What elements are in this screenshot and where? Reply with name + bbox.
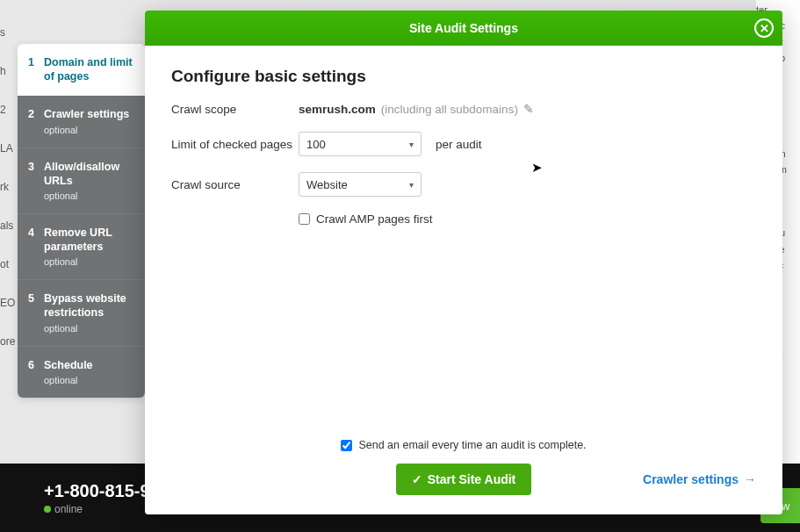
footer-online-status: online <box>44 503 150 515</box>
bg-text: h <box>0 65 18 77</box>
bg-text: LA <box>0 142 18 155</box>
background-left-strip: s h 2 LA rk als ot EO ore <box>0 0 18 465</box>
row-crawl-source: Crawl source Website ▾ <box>171 172 756 197</box>
step-number: 6 <box>28 359 44 371</box>
step-number: 1 <box>28 56 44 68</box>
wizard-step-remove-params[interactable]: 4 Remove URL parameters optional <box>18 213 145 279</box>
start-site-audit-button[interactable]: ✓ Start Site Audit <box>396 464 532 495</box>
step-number: 3 <box>28 161 44 173</box>
chevron-down-icon: ▾ <box>409 180 414 190</box>
bg-text: als <box>0 219 18 232</box>
modal-body: Configure basic settings Crawl scope sem… <box>145 46 782 428</box>
step-number: 4 <box>28 226 44 239</box>
check-icon: ✓ <box>412 472 422 486</box>
bg-text: rk <box>0 181 18 193</box>
step-optional: optional <box>44 375 134 385</box>
footer-actions: ✓ Start Site Audit Crawler settings → <box>171 464 756 495</box>
email-notify-label: Send an email every time an audit is com… <box>358 439 586 451</box>
section-title: Configure basic settings <box>171 67 756 86</box>
step-title: Domain and limit of pages <box>44 56 134 83</box>
close-icon: ✕ <box>760 23 769 34</box>
row-limit-pages: Limit of checked pages 100 ▾ per audit <box>171 132 756 156</box>
bg-text: ore <box>0 335 18 348</box>
step-optional: optional <box>44 256 134 267</box>
crawl-scope-note: (including all subdomains) <box>381 103 518 116</box>
modal-footer: Send an email every time an audit is com… <box>145 428 782 514</box>
limit-pages-select[interactable]: 100 ▾ <box>299 132 422 156</box>
arrow-right-icon: → <box>744 472 756 486</box>
step-title: Bypass website restrictions <box>44 292 134 320</box>
row-crawl-scope: Crawl scope semrush.com (including all s… <box>171 102 756 116</box>
step-title: Allow/disallow URLs <box>44 161 134 188</box>
start-button-label: Start Site Audit <box>428 472 516 486</box>
per-audit-text: per audit <box>436 138 482 151</box>
wizard-step-list: 1 Domain and limit of pages 2 Crawler se… <box>18 44 145 398</box>
wizard-step-schedule[interactable]: 6 Schedule optional <box>18 346 145 399</box>
pencil-icon[interactable]: ✎ <box>523 102 534 116</box>
bg-text: 2 <box>0 104 18 116</box>
row-crawl-amp: Crawl AMP pages first <box>299 212 756 226</box>
crawl-source-select[interactable]: Website ▾ <box>299 172 422 197</box>
step-title: Schedule <box>44 359 134 373</box>
crawl-amp-label: Crawl AMP pages first <box>316 212 433 226</box>
step-title: Crawler settings <box>44 108 134 122</box>
footer-phone: +1-800-815-9 <box>44 481 150 501</box>
crawl-amp-checkbox[interactable] <box>299 213 310 225</box>
chevron-down-icon: ▾ <box>409 140 414 149</box>
modal-title: Site Audit Settings <box>409 21 518 35</box>
email-notify-checkbox[interactable] <box>341 440 352 451</box>
row-email-notify: Send an email every time an audit is com… <box>341 439 586 451</box>
step-optional: optional <box>44 323 134 334</box>
next-step-link[interactable]: Crawler settings → <box>643 472 756 486</box>
next-step-label: Crawler settings <box>643 472 739 486</box>
wizard-step-allow-disallow[interactable]: 3 Allow/disallow URLs optional <box>18 147 145 213</box>
step-title: Remove URL parameters <box>44 226 134 254</box>
limit-pages-label: Limit of checked pages <box>171 138 299 151</box>
bg-text: s <box>0 26 18 39</box>
crawl-source-value: Website <box>306 178 348 191</box>
crawl-scope-label: Crawl scope <box>171 103 299 116</box>
wizard-step-domain-limit[interactable]: 1 Domain and limit of pages <box>18 44 145 96</box>
limit-pages-value: 100 <box>306 138 326 151</box>
bg-text: EO <box>0 297 18 309</box>
crawl-scope-value: semrush.com <box>299 103 376 116</box>
modal-header: Site Audit Settings ✕ <box>145 11 782 46</box>
wizard-step-crawler-settings[interactable]: 2 Crawler settings optional <box>18 96 145 147</box>
wizard-step-bypass-restrictions[interactable]: 5 Bypass website restrictions optional <box>18 279 145 345</box>
online-dot-icon <box>44 506 51 513</box>
step-optional: optional <box>44 191 134 201</box>
close-button[interactable]: ✕ <box>754 18 774 38</box>
step-number: 2 <box>28 108 44 120</box>
step-optional: optional <box>44 125 134 135</box>
site-audit-settings-modal: Site Audit Settings ✕ Configure basic se… <box>145 11 782 514</box>
bg-text: ot <box>0 258 18 270</box>
crawl-source-label: Crawl source <box>171 178 299 191</box>
step-number: 5 <box>28 292 44 305</box>
app-viewport: s h 2 LA rk als ot EO ore ter ers a c o … <box>0 0 800 532</box>
